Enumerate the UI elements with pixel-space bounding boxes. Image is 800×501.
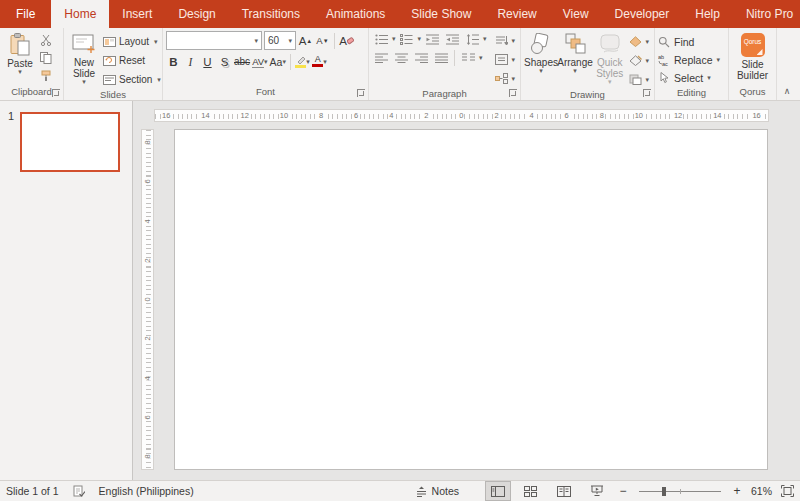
align-right-button[interactable] <box>412 50 430 66</box>
shape-effects-button[interactable]: ▾ <box>627 71 651 88</box>
replace-button[interactable]: ab ac Replace ▾ <box>658 51 720 68</box>
justify-button[interactable] <box>432 50 450 66</box>
font-name-combobox[interactable]: ▾ <box>166 31 262 50</box>
slide-sorter-view-button[interactable] <box>519 482 543 500</box>
tab-slide-show[interactable]: Slide Show <box>398 0 484 28</box>
tab-review[interactable]: Review <box>484 0 549 28</box>
columns-button[interactable] <box>459 50 477 66</box>
align-text-button[interactable]: ▾ <box>493 51 517 68</box>
align-center-button[interactable] <box>392 50 410 66</box>
ruler-number: 6 <box>353 111 359 120</box>
language-indicator[interactable]: English (Philippines) <box>99 485 194 497</box>
zoom-out-button[interactable]: − <box>618 484 628 498</box>
bold-button[interactable]: B <box>166 53 181 70</box>
drawing-dialog-launcher[interactable] <box>643 89 651 97</box>
tab-transitions[interactable]: Transitions <box>229 0 313 28</box>
shape-fill-button[interactable]: ▾ <box>627 33 651 50</box>
reading-view-button[interactable] <box>552 482 576 500</box>
zoom-slider-thumb[interactable] <box>662 487 666 496</box>
font-size-combobox[interactable]: 60 ▾ <box>264 31 296 50</box>
shape-outline-button[interactable]: ▾ <box>627 52 651 69</box>
ruler-number: 0 <box>458 111 464 120</box>
italic-button[interactable]: I <box>183 53 198 70</box>
bullets-button[interactable] <box>372 31 390 47</box>
clipboard-dialog-launcher[interactable] <box>52 89 60 97</box>
tab-file[interactable]: File <box>0 0 51 28</box>
numbering-button[interactable] <box>398 31 416 47</box>
slide-show-icon <box>590 485 604 497</box>
dropdown-caret-icon: ▾ <box>306 59 310 65</box>
shape-effects-icon <box>629 74 642 85</box>
tab-view[interactable]: View <box>550 0 602 28</box>
align-left-button[interactable] <box>372 50 390 66</box>
arrange-button[interactable]: Arrange ▾ <box>558 31 592 76</box>
tab-nitro-pro[interactable]: Nitro Pro <box>733 0 800 28</box>
notes-button[interactable]: Notes <box>416 485 459 497</box>
slide-thumbnail[interactable] <box>20 112 120 172</box>
group-qorus: Qorus Slide Builder Qorus <box>729 28 777 100</box>
copy-button[interactable] <box>37 50 55 66</box>
dropdown-caret-icon: ▾ <box>288 38 292 44</box>
fit-slide-to-window-icon[interactable] <box>781 485 794 497</box>
reading-view-icon <box>557 486 571 497</box>
dropdown-caret-icon: ▾ <box>608 79 612 85</box>
slide-show-view-button[interactable] <box>585 482 609 500</box>
layout-button[interactable]: Layout ▾ <box>101 33 163 50</box>
text-highlight-button[interactable]: ▾ <box>295 53 310 70</box>
dropdown-caret-icon: ▾ <box>511 76 515 82</box>
tab-animations[interactable]: Animations <box>313 0 398 28</box>
tab-developer[interactable]: Developer <box>602 0 683 28</box>
zoom-slider[interactable] <box>639 491 721 492</box>
font-color-button[interactable]: A ▾ <box>312 53 327 70</box>
normal-view-button[interactable] <box>486 482 510 500</box>
svg-text:ac: ac <box>662 60 668 66</box>
drawing-group-label: Drawing <box>524 88 651 102</box>
shapes-icon <box>529 33 553 55</box>
section-button[interactable]: Section ▾ <box>101 71 163 88</box>
shapes-button[interactable]: Shapes ▾ <box>524 31 558 76</box>
zoom-level[interactable]: 61% <box>751 485 772 497</box>
format-painter-button[interactable] <box>37 68 55 84</box>
line-spacing-button[interactable] <box>463 31 481 47</box>
divider <box>334 33 335 49</box>
shrink-font-button[interactable]: A▼ <box>315 32 330 49</box>
convert-to-smartart-button[interactable]: ▾ <box>493 70 517 87</box>
text-shadow-button[interactable]: S <box>217 53 232 70</box>
text-direction-button[interactable]: ▾ <box>493 32 517 49</box>
change-case-button[interactable]: Aa ▾ <box>270 53 286 70</box>
tab-home[interactable]: Home <box>51 0 109 28</box>
dropdown-caret-icon: ▾ <box>511 38 515 44</box>
change-case-glyph: Aa <box>270 56 283 68</box>
quick-styles-button[interactable]: Quick Styles ▾ <box>592 31 627 87</box>
clear-formatting-button[interactable]: A <box>339 32 354 49</box>
character-spacing-button[interactable]: AV ▾ <box>252 53 267 70</box>
cut-button[interactable] <box>37 32 55 48</box>
strikethrough-button[interactable]: abc <box>234 53 250 70</box>
slide-builder-button[interactable]: Qorus Slide Builder <box>732 31 773 83</box>
spell-check-icon[interactable] <box>73 485 85 498</box>
grow-font-button[interactable]: A▲ <box>298 32 313 49</box>
decrease-indent-button[interactable] <box>423 31 441 47</box>
paste-button[interactable]: Paste ▾ <box>3 31 37 77</box>
smartart-icon <box>495 73 508 84</box>
ruler-number: 8 <box>318 111 324 120</box>
columns-icon <box>462 53 475 63</box>
select-button[interactable]: Select ▾ <box>658 69 720 86</box>
underline-button[interactable]: U <box>200 53 215 70</box>
slide-canvas[interactable] <box>174 129 768 470</box>
new-slide-button[interactable]: New Slide ▾ <box>67 31 101 87</box>
find-button[interactable]: Find <box>658 33 720 50</box>
tab-help[interactable]: Help <box>682 0 733 28</box>
zoom-in-button[interactable]: + <box>732 484 742 498</box>
ruler-number: 16 <box>751 111 761 120</box>
collapse-ribbon-button[interactable]: ∧ <box>784 86 791 96</box>
reset-button[interactable]: Reset <box>101 52 163 69</box>
font-dialog-launcher[interactable] <box>357 89 365 97</box>
shape-fill-icon <box>629 36 642 47</box>
increase-indent-button[interactable] <box>443 31 461 47</box>
paragraph-group-label: Paragraph <box>372 87 517 101</box>
tab-insert[interactable]: Insert <box>109 0 165 28</box>
copy-icon <box>40 52 52 64</box>
tab-design[interactable]: Design <box>165 0 228 28</box>
paragraph-dialog-launcher[interactable] <box>509 89 517 97</box>
